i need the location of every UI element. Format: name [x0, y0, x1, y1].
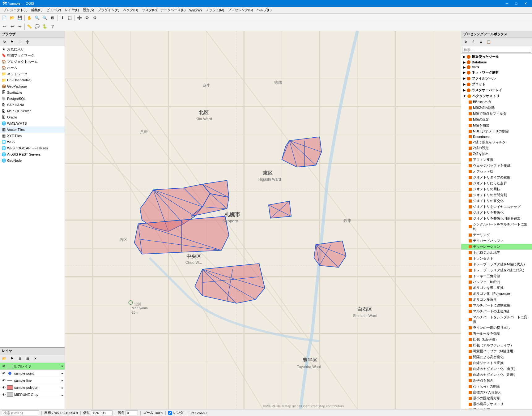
processing-item-2[interactable]: M値で頂点をフィルタ: [461, 111, 532, 117]
processing-item-17[interactable]: ジオメトリの直交化: [461, 198, 532, 204]
layer-item-2[interactable]: 👁 sample-line ≡: [0, 377, 65, 384]
browser-item-14[interactable]: ▦XYZ Tiles: [0, 133, 65, 139]
processing-item-5[interactable]: NULLジオメトリの削除: [461, 128, 532, 134]
processing-item-26[interactable]: トランセクト: [461, 255, 532, 261]
layer-item-4[interactable]: 👁 MIERUNE Gray ≡: [0, 391, 65, 398]
processing-item-31[interactable]: ポリゴンを帯に変換: [461, 285, 532, 291]
processing-item-18[interactable]: ジオメトリをレイヤにスナップ: [461, 204, 532, 210]
browser-item-15[interactable]: 🌐WCS: [0, 139, 65, 145]
processing-item-37[interactable]: ラインの一部の切り出し: [461, 325, 532, 331]
browser-item-7[interactable]: 🗄SpatiaLite: [0, 89, 65, 96]
layer-more-3[interactable]: ≡: [62, 386, 63, 389]
redo-button[interactable]: ↪: [16, 23, 23, 30]
processing-item-7[interactable]: Z値で頂点をフィルタ: [461, 139, 532, 145]
browser-item-5[interactable]: 📁D:\ (UserProfile): [0, 77, 65, 83]
layer-visibility-0[interactable]: 👁: [1, 364, 6, 369]
browser-item-0[interactable]: ★お気に入り: [0, 46, 65, 52]
processing-item-1[interactable]: M値Z値の削除: [461, 105, 532, 111]
layers-remove-button[interactable]: ✕: [32, 355, 39, 362]
browser-item-6[interactable]: 📦GeoPackage: [0, 83, 65, 89]
processing-item-0[interactable]: BBoxの出力: [461, 99, 532, 105]
menu-item-s[interactable]: 設定(S): [81, 7, 96, 13]
add-layer-button[interactable]: ➕: [76, 14, 83, 22]
layer-more-2[interactable]: ≡: [62, 379, 63, 382]
layers-open-button[interactable]: 📂: [1, 355, 8, 362]
processing-button[interactable]: ⚙: [83, 14, 91, 22]
scale-input[interactable]: [91, 410, 113, 415]
processing-settings-button[interactable]: ⚙: [477, 38, 485, 45]
processing-item-8[interactable]: Z値の設定: [461, 145, 532, 151]
processing-item-15[interactable]: ジオメトリの回転: [461, 186, 532, 192]
processing-item-32[interactable]: ポリゴン化（Polygonize）: [461, 291, 532, 297]
browser-item-10[interactable]: 🗄MS SQL Server: [0, 108, 65, 114]
python-button[interactable]: 🐍: [41, 23, 49, 30]
browser-item-2[interactable]: 🏠プロジェクトホーム: [0, 58, 65, 65]
processing-item-23[interactable]: テイバードバッファ: [461, 238, 532, 244]
layers-filter-button[interactable]: ⚑: [8, 355, 16, 362]
processing-item-12[interactable]: オフセット線: [461, 169, 532, 174]
processing-item-50[interactable]: 最小境界ジオメトリ: [461, 401, 532, 407]
processing-item-36[interactable]: マルチパートをシングルパートに変換: [461, 314, 532, 325]
browser-collapse-button[interactable]: ⊟: [16, 38, 23, 45]
save-project-button[interactable]: 💾: [16, 14, 23, 22]
new-project-button[interactable]: 📄: [1, 14, 8, 22]
processing-item-33[interactable]: ポリゴン多角形: [461, 297, 532, 302]
menu-item-p[interactable]: プラグイン(P): [96, 7, 121, 13]
processing-item-44[interactable]: 曲線のセグメント化（角度）: [461, 366, 532, 372]
open-project-button[interactable]: 📂: [8, 14, 16, 22]
processing-item-34[interactable]: マルチパートに強制変換: [461, 302, 532, 308]
layers-collapse-button[interactable]: ⊟: [24, 355, 31, 362]
browser-item-12[interactable]: 🌐WMS/WMTS: [0, 120, 65, 127]
processing-group-7[interactable]: ▼ベクタジオメトリ: [461, 93, 532, 99]
settings-button[interactable]: ⚙: [91, 14, 99, 22]
menu-item-o[interactable]: ベクタ(O): [121, 7, 140, 13]
edit-button[interactable]: ✏: [1, 23, 8, 30]
processing-group-4[interactable]: ▶ファイルツール: [461, 75, 532, 81]
processing-item-14[interactable]: ジオメトリにった点群: [461, 180, 532, 186]
processing-item-11[interactable]: ウェッジバッファを作成: [461, 163, 532, 169]
layers-list[interactable]: 👁 出力レイヤ ≡ 👁 sample-point ≡ 👁 sample-line…: [0, 363, 65, 409]
layers-expand-button[interactable]: ⊞: [16, 355, 23, 362]
menu-item-v[interactable]: ビュー(V): [45, 7, 63, 13]
layer-visibility-4[interactable]: 👁: [1, 392, 6, 397]
browser-item-18[interactable]: 🌐GeoNode: [0, 157, 65, 164]
map-area[interactable]: 北区 Kita Ward 東区 Higashi Ward 札幌市 Sapporo…: [65, 31, 461, 409]
identify-button[interactable]: ℹ: [58, 14, 66, 22]
menu-item-m[interactable]: メッシュ(M): [204, 7, 226, 13]
processing-item-19[interactable]: ジオメトリを整象化: [461, 210, 532, 216]
layer-visibility-1[interactable]: 👁: [1, 371, 6, 376]
menu-item-h[interactable]: ヘルプ(H): [255, 7, 273, 13]
browser-item-3[interactable]: 🏠ホーム: [0, 65, 65, 71]
processing-toolbox-tree[interactable]: ▶最近使ったツール▶Database▶GPS▶ネットワーク解析▶ファイルツール▶…: [461, 54, 532, 409]
measure-button[interactable]: 📏: [26, 23, 33, 30]
browser-item-9[interactable]: 🗄SAP HANA: [0, 102, 65, 108]
layer-visibility-3[interactable]: 👁: [1, 385, 6, 390]
processing-group-2[interactable]: ▶GPS: [461, 65, 532, 70]
processing-item-29[interactable]: ドロネー三角分割: [461, 273, 532, 279]
layer-more-0[interactable]: ≡: [62, 364, 63, 368]
menu-item-j[interactable]: プロジェクト(J): [1, 7, 29, 13]
undo-button[interactable]: ↩: [8, 23, 16, 30]
browser-add-button[interactable]: ➕: [24, 38, 31, 45]
layer-more-4[interactable]: ≡: [62, 393, 63, 397]
processing-search-input[interactable]: [462, 47, 531, 53]
annotation-button[interactable]: 💬: [33, 23, 41, 30]
processing-item-4[interactable]: M値を抽出: [461, 122, 532, 128]
menu-item-d[interactable]: データベース(D): [159, 7, 187, 13]
layer-item-0[interactable]: 👁 出力レイヤ ≡: [0, 363, 65, 370]
processing-item-41[interactable]: 可変幅バッファ（M値使用）: [461, 348, 532, 354]
layer-visibility-2[interactable]: 👁: [1, 378, 6, 383]
processing-item-3[interactable]: M値の設定: [461, 117, 532, 122]
processing-item-28[interactable]: ドレープ（ラスタ値をZ値に代入）: [461, 267, 532, 273]
browser-filter-button[interactable]: ⚑: [8, 38, 16, 45]
processing-item-46[interactable]: 近傍点を敷き: [461, 378, 532, 384]
processing-item-42[interactable]: 間隔による高密度化: [461, 354, 532, 360]
help-button[interactable]: ?: [49, 23, 56, 30]
processing-group-1[interactable]: ▶Database: [461, 60, 532, 65]
layer-item-1[interactable]: 👁 sample-point ≡: [0, 370, 65, 377]
processing-item-27[interactable]: ドレープ（ラスタ値をM値に代入）: [461, 261, 532, 267]
processing-item-9[interactable]: Z値を抽出: [461, 151, 532, 157]
minimize-button[interactable]: ─: [503, 1, 511, 6]
processing-item-40[interactable]: 凹包（アルファシェイプ）: [461, 342, 532, 348]
processing-item-39[interactable]: 凹包（k近傍法）: [461, 337, 532, 342]
